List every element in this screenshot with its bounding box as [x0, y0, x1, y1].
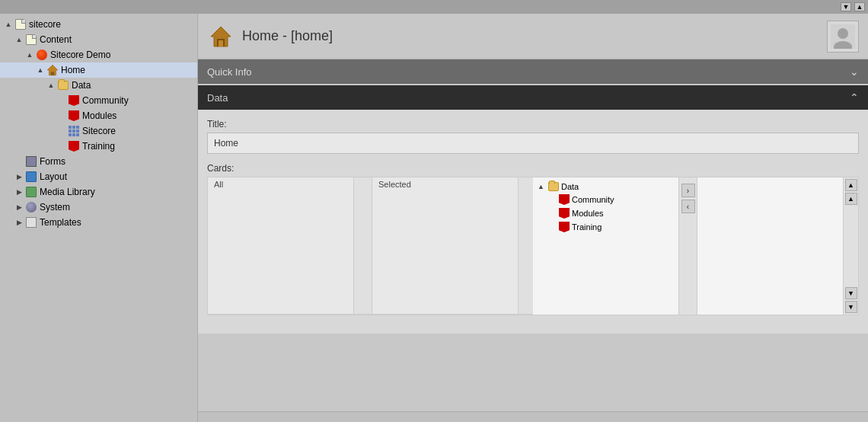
sidebar-item-templates[interactable]: ▶ Templates	[0, 215, 197, 230]
maximize-button[interactable]: ▲	[854, 2, 865, 11]
sidebar-item-content[interactable]: ▲ Content	[0, 32, 197, 47]
sidebar-item-sitecore[interactable]: ▲ sitecore	[0, 17, 197, 32]
selected-header: Selected	[372, 177, 518, 314]
sidebar: ▲ sitecore ▲ Content ▲ Sitecore Demo ▲	[0, 14, 198, 422]
cards-data-node[interactable]: ▲ Data	[536, 181, 675, 193]
cards-toggle-training	[548, 222, 559, 232]
cards-community[interactable]: Community	[536, 193, 675, 206]
toggle-sitecore[interactable]: ▲	[3, 19, 14, 30]
selected-scroll-controls: ▲ ▲ ▼ ▼	[843, 177, 858, 315]
ball-icon-demo	[36, 49, 48, 61]
sidebar-item-home[interactable]: ▲ Home	[0, 62, 197, 78]
toggle-content[interactable]: ▲	[14, 34, 24, 45]
sitecore-grid-icon	[68, 125, 80, 137]
data-section-header[interactable]: Data ⌃	[198, 85, 868, 110]
sidebar-label-sitecore: sitecore	[29, 19, 61, 30]
svg-rect-4	[219, 40, 223, 46]
sidebar-item-media-library[interactable]: ▶ Media Library	[0, 184, 197, 200]
sidebar-label-training: Training	[82, 141, 115, 152]
page-icon-content	[25, 34, 37, 46]
title-input[interactable]	[207, 133, 859, 154]
toggle-system[interactable]: ▶	[14, 202, 24, 213]
cards-community-label: Community	[572, 195, 614, 204]
toggle-templates[interactable]: ▶	[14, 217, 24, 228]
avatar	[827, 21, 859, 53]
data-section-chevron-icon: ⌃	[850, 91, 859, 104]
move-left-button[interactable]: ‹	[681, 200, 695, 213]
sidebar-label-sitecore-demo: Sitecore Demo	[50, 50, 110, 60]
cards-field: Cards: All Selected	[207, 163, 859, 315]
scroll-up-button[interactable]: ▲	[845, 193, 857, 205]
all-header: All	[208, 177, 354, 314]
sidebar-label-system: System	[40, 202, 70, 213]
form-scroll: Quick Info ⌄ Data ⌃ Title:	[198, 59, 868, 411]
toggle-home[interactable]: ▲	[35, 65, 46, 75]
cards-data-label: Data	[561, 182, 579, 191]
svg-rect-1	[51, 72, 55, 75]
cards-modules[interactable]: Modules	[536, 206, 675, 220]
red-bookmark-icon-community	[68, 94, 80, 107]
toggle-data[interactable]: ▲	[46, 80, 56, 91]
scroll-down-button[interactable]: ▼	[845, 287, 857, 299]
sidebar-item-forms[interactable]: Forms	[0, 154, 197, 169]
cards-toggle-modules	[548, 209, 559, 218]
sidebar-label-data: Data	[72, 80, 91, 91]
move-right-button[interactable]: ›	[681, 184, 695, 197]
sidebar-item-data[interactable]: ▲ Data	[0, 78, 197, 93]
quick-info-label: Quick Info	[207, 66, 252, 78]
sidebar-label-layout: Layout	[40, 171, 67, 182]
sidebar-item-sitecore-demo[interactable]: ▲ Sitecore Demo	[0, 47, 197, 62]
data-section-label: Data	[207, 92, 228, 104]
move-buttons: › ‹	[679, 177, 697, 315]
content-header: Home - [home]	[198, 14, 868, 59]
sidebar-label-modules: Modules	[82, 110, 116, 121]
data-section: Data ⌃ Title: Cards:	[198, 85, 868, 334]
templates-icon	[25, 216, 37, 229]
system-icon	[25, 201, 37, 213]
toggle-layout[interactable]: ▶	[14, 171, 24, 182]
toggle-community	[56, 95, 67, 106]
cards-toggle-community	[548, 195, 559, 204]
sidebar-item-system[interactable]: ▶ System	[0, 200, 197, 215]
layout-icon	[25, 171, 37, 183]
cards-training[interactable]: Training	[536, 220, 675, 234]
minimize-button[interactable]: ▼	[841, 2, 851, 11]
sidebar-item-modules[interactable]: Modules	[0, 108, 197, 123]
title-label: Title:	[207, 119, 859, 129]
sidebar-item-community[interactable]: Community	[0, 93, 197, 108]
sidebar-item-sitecore-node[interactable]: Sitecore	[0, 123, 197, 139]
data-section-body: Title: Cards: All Selected	[198, 110, 868, 334]
selected-pane	[697, 177, 843, 315]
cards-toggle-data[interactable]: ▲	[538, 183, 548, 190]
red-bookmark-icon-training	[68, 140, 80, 152]
sidebar-label-templates: Templates	[40, 217, 81, 228]
cards-data-folder-icon	[548, 182, 559, 191]
sidebar-label-content: Content	[40, 34, 72, 45]
header-home-icon	[207, 23, 235, 50]
scroll-bottom-button[interactable]: ▼	[845, 301, 857, 313]
toggle-training	[56, 141, 67, 152]
quick-info-section: Quick Info ⌄	[198, 59, 868, 84]
cards-training-label: Training	[572, 222, 602, 232]
cards-bookmark-icon-community	[559, 194, 570, 205]
sidebar-item-training[interactable]: Training	[0, 139, 197, 154]
all-pane: ▲ Data	[533, 177, 679, 315]
sidebar-label-home: Home	[61, 65, 85, 75]
toggle-media-library[interactable]: ▶	[14, 187, 24, 197]
toggle-sitecore-node	[56, 126, 67, 136]
toggle-sitecore-demo[interactable]: ▲	[24, 50, 35, 60]
page-icon	[14, 18, 27, 30]
svg-point-6	[838, 28, 848, 39]
media-library-icon	[25, 186, 37, 198]
bottom-scrollbar[interactable]	[198, 411, 868, 422]
quick-info-header[interactable]: Quick Info ⌄	[198, 59, 868, 84]
cards-label: Cards:	[207, 163, 859, 174]
sidebar-label-community: Community	[82, 95, 129, 106]
quick-info-chevron-icon: ⌄	[850, 66, 859, 78]
scroll-top-button[interactable]: ▲	[845, 179, 857, 191]
cards-modules-label: Modules	[572, 209, 604, 218]
cards-bookmark-icon-training	[559, 222, 570, 232]
sidebar-item-layout[interactable]: ▶ Layout	[0, 169, 197, 184]
red-bookmark-icon-modules	[68, 110, 80, 122]
cards-bookmark-icon-modules	[559, 208, 570, 219]
